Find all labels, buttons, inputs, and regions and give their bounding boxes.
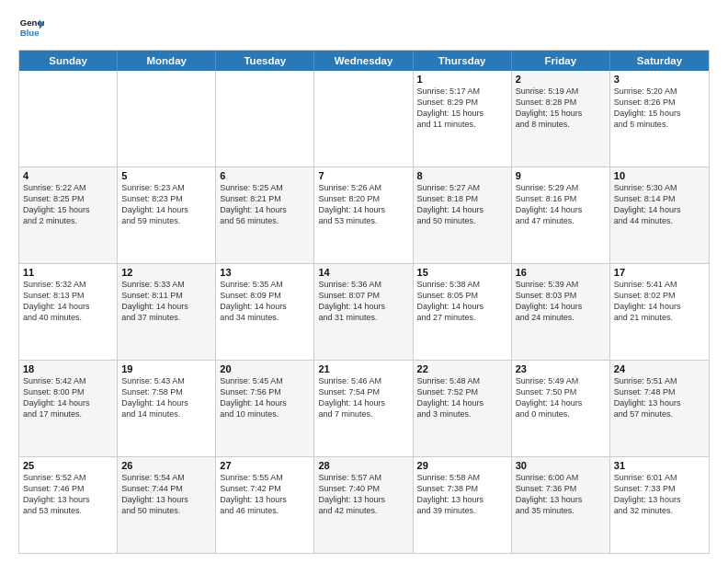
day-info: Sunrise: 5:32 AM Sunset: 8:13 PM Dayligh… xyxy=(23,279,113,324)
day-cell-13: 13Sunrise: 5:35 AM Sunset: 8:09 PM Dayli… xyxy=(216,264,314,360)
day-cell-27: 27Sunrise: 5:55 AM Sunset: 7:42 PM Dayli… xyxy=(216,457,314,553)
day-number: 30 xyxy=(516,460,606,471)
day-info: Sunrise: 5:51 AM Sunset: 7:48 PM Dayligh… xyxy=(614,375,705,420)
day-cell-20: 20Sunrise: 5:45 AM Sunset: 7:56 PM Dayli… xyxy=(216,361,314,456)
day-cell-21: 21Sunrise: 5:46 AM Sunset: 7:54 PM Dayli… xyxy=(314,361,413,456)
day-info: Sunrise: 5:23 AM Sunset: 8:23 PM Dayligh… xyxy=(121,182,211,227)
day-info: Sunrise: 6:00 AM Sunset: 7:36 PM Dayligh… xyxy=(516,472,606,517)
day-info: Sunrise: 5:26 AM Sunset: 8:20 PM Dayligh… xyxy=(318,182,408,227)
day-number: 13 xyxy=(220,267,310,278)
day-cell-17: 17Sunrise: 5:41 AM Sunset: 8:02 PM Dayli… xyxy=(610,264,709,360)
day-info: Sunrise: 5:19 AM Sunset: 8:28 PM Dayligh… xyxy=(516,86,606,131)
calendar: SundayMondayTuesdayWednesdayThursdayFrid… xyxy=(18,50,710,554)
header-day-friday: Friday xyxy=(512,51,610,71)
day-info: Sunrise: 5:36 AM Sunset: 8:07 PM Dayligh… xyxy=(318,279,408,324)
day-cell-28: 28Sunrise: 5:57 AM Sunset: 7:40 PM Dayli… xyxy=(314,457,413,553)
header: General Blue xyxy=(18,15,710,40)
day-info: Sunrise: 5:30 AM Sunset: 8:14 PM Dayligh… xyxy=(614,182,705,227)
day-cell-2: 2Sunrise: 5:19 AM Sunset: 8:28 PM Daylig… xyxy=(512,71,610,167)
page: General Blue SundayMondayTuesdayWednesda… xyxy=(0,0,728,563)
header-day-sunday: Sunday xyxy=(19,51,118,71)
day-info: Sunrise: 5:29 AM Sunset: 8:16 PM Dayligh… xyxy=(516,182,606,227)
day-info: Sunrise: 5:25 AM Sunset: 8:21 PM Dayligh… xyxy=(220,182,310,227)
logo-icon: General Blue xyxy=(18,15,44,40)
day-info: Sunrise: 5:35 AM Sunset: 8:09 PM Dayligh… xyxy=(220,279,310,324)
day-number: 26 xyxy=(121,460,211,471)
day-number: 7 xyxy=(318,170,408,181)
day-info: Sunrise: 5:27 AM Sunset: 8:18 PM Dayligh… xyxy=(417,182,507,227)
day-info: Sunrise: 5:39 AM Sunset: 8:03 PM Dayligh… xyxy=(516,279,606,324)
day-cell-15: 15Sunrise: 5:38 AM Sunset: 8:05 PM Dayli… xyxy=(414,264,512,360)
day-number: 17 xyxy=(614,267,705,278)
day-info: Sunrise: 5:55 AM Sunset: 7:42 PM Dayligh… xyxy=(220,472,310,517)
header-day-thursday: Thursday xyxy=(414,51,512,71)
day-info: Sunrise: 6:01 AM Sunset: 7:33 PM Dayligh… xyxy=(614,472,705,517)
day-info: Sunrise: 5:52 AM Sunset: 7:46 PM Dayligh… xyxy=(23,472,113,517)
day-number: 19 xyxy=(121,363,211,374)
day-cell-4: 4Sunrise: 5:22 AM Sunset: 8:25 PM Daylig… xyxy=(19,167,118,263)
logo: General Blue xyxy=(18,15,48,40)
header-day-monday: Monday xyxy=(118,51,216,71)
day-number: 15 xyxy=(417,267,507,278)
day-info: Sunrise: 5:46 AM Sunset: 7:54 PM Dayligh… xyxy=(318,375,408,420)
header-day-wednesday: Wednesday xyxy=(314,51,413,71)
calendar-row-5: 25Sunrise: 5:52 AM Sunset: 7:46 PM Dayli… xyxy=(19,456,709,553)
day-info: Sunrise: 5:22 AM Sunset: 8:25 PM Dayligh… xyxy=(23,182,113,227)
day-number: 31 xyxy=(614,460,705,471)
day-info: Sunrise: 5:49 AM Sunset: 7:50 PM Dayligh… xyxy=(516,375,606,420)
empty-cell-0-0 xyxy=(19,71,118,167)
day-cell-5: 5Sunrise: 5:23 AM Sunset: 8:23 PM Daylig… xyxy=(118,167,216,263)
empty-cell-0-3 xyxy=(314,71,413,167)
calendar-row-3: 11Sunrise: 5:32 AM Sunset: 8:13 PM Dayli… xyxy=(19,263,709,360)
day-cell-14: 14Sunrise: 5:36 AM Sunset: 8:07 PM Dayli… xyxy=(314,264,413,360)
day-cell-19: 19Sunrise: 5:43 AM Sunset: 7:58 PM Dayli… xyxy=(118,361,216,456)
day-number: 21 xyxy=(318,363,408,374)
day-number: 22 xyxy=(417,363,507,374)
day-number: 6 xyxy=(220,170,310,181)
day-cell-8: 8Sunrise: 5:27 AM Sunset: 8:18 PM Daylig… xyxy=(414,167,512,263)
day-info: Sunrise: 5:20 AM Sunset: 8:26 PM Dayligh… xyxy=(614,86,705,131)
day-number: 27 xyxy=(220,460,310,471)
day-cell-26: 26Sunrise: 5:54 AM Sunset: 7:44 PM Dayli… xyxy=(118,457,216,553)
day-number: 5 xyxy=(121,170,211,181)
day-number: 29 xyxy=(417,460,507,471)
day-cell-9: 9Sunrise: 5:29 AM Sunset: 8:16 PM Daylig… xyxy=(512,167,610,263)
day-cell-29: 29Sunrise: 5:58 AM Sunset: 7:38 PM Dayli… xyxy=(414,457,512,553)
day-cell-3: 3Sunrise: 5:20 AM Sunset: 8:26 PM Daylig… xyxy=(610,71,709,167)
day-info: Sunrise: 5:48 AM Sunset: 7:52 PM Dayligh… xyxy=(417,375,507,420)
day-info: Sunrise: 5:54 AM Sunset: 7:44 PM Dayligh… xyxy=(121,472,211,517)
day-info: Sunrise: 5:42 AM Sunset: 8:00 PM Dayligh… xyxy=(23,375,113,420)
day-cell-22: 22Sunrise: 5:48 AM Sunset: 7:52 PM Dayli… xyxy=(414,361,512,456)
day-number: 18 xyxy=(23,363,113,374)
header-day-tuesday: Tuesday xyxy=(216,51,314,71)
day-info: Sunrise: 5:45 AM Sunset: 7:56 PM Dayligh… xyxy=(220,375,310,420)
day-number: 9 xyxy=(516,170,606,181)
day-info: Sunrise: 5:57 AM Sunset: 7:40 PM Dayligh… xyxy=(318,472,408,517)
day-cell-23: 23Sunrise: 5:49 AM Sunset: 7:50 PM Dayli… xyxy=(512,361,610,456)
day-number: 16 xyxy=(516,267,606,278)
day-number: 3 xyxy=(614,74,705,85)
day-number: 25 xyxy=(23,460,113,471)
empty-cell-0-1 xyxy=(118,71,216,167)
day-number: 2 xyxy=(516,74,606,85)
empty-cell-0-2 xyxy=(216,71,314,167)
day-cell-12: 12Sunrise: 5:33 AM Sunset: 8:11 PM Dayli… xyxy=(118,264,216,360)
header-day-saturday: Saturday xyxy=(610,51,709,71)
calendar-row-1: 1Sunrise: 5:17 AM Sunset: 8:29 PM Daylig… xyxy=(19,71,709,167)
calendar-row-2: 4Sunrise: 5:22 AM Sunset: 8:25 PM Daylig… xyxy=(19,167,709,263)
calendar-body: 1Sunrise: 5:17 AM Sunset: 8:29 PM Daylig… xyxy=(19,71,709,553)
day-cell-7: 7Sunrise: 5:26 AM Sunset: 8:20 PM Daylig… xyxy=(314,167,413,263)
svg-text:Blue: Blue xyxy=(20,28,40,38)
day-number: 1 xyxy=(417,74,507,85)
day-cell-31: 31Sunrise: 6:01 AM Sunset: 7:33 PM Dayli… xyxy=(610,457,709,553)
day-info: Sunrise: 5:17 AM Sunset: 8:29 PM Dayligh… xyxy=(417,86,507,131)
day-cell-16: 16Sunrise: 5:39 AM Sunset: 8:03 PM Dayli… xyxy=(512,264,610,360)
day-number: 23 xyxy=(516,363,606,374)
day-info: Sunrise: 5:33 AM Sunset: 8:11 PM Dayligh… xyxy=(121,279,211,324)
day-cell-1: 1Sunrise: 5:17 AM Sunset: 8:29 PM Daylig… xyxy=(414,71,512,167)
day-cell-30: 30Sunrise: 6:00 AM Sunset: 7:36 PM Dayli… xyxy=(512,457,610,553)
day-cell-10: 10Sunrise: 5:30 AM Sunset: 8:14 PM Dayli… xyxy=(610,167,709,263)
calendar-header: SundayMondayTuesdayWednesdayThursdayFrid… xyxy=(19,51,709,71)
day-cell-25: 25Sunrise: 5:52 AM Sunset: 7:46 PM Dayli… xyxy=(19,457,118,553)
day-info: Sunrise: 5:58 AM Sunset: 7:38 PM Dayligh… xyxy=(417,472,507,517)
